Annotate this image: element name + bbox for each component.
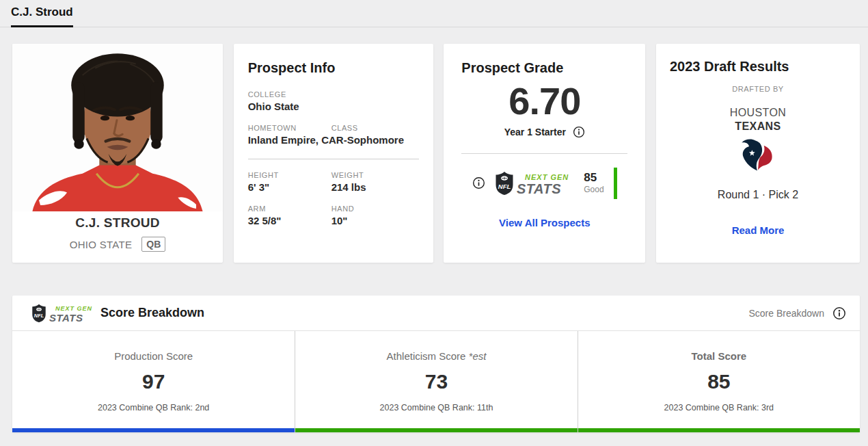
- score-breakdown-right-label: Score Breakdown: [748, 308, 824, 319]
- player-name: C.J. STROUD: [12, 215, 223, 231]
- ngs-brand-top: NEXT GEN: [525, 174, 569, 181]
- cards-row: C.J. STROUD OHIO STATE QB Prospect Info …: [12, 44, 860, 263]
- college-label: COLLEGE: [248, 90, 419, 99]
- total-score-underline-bar: [578, 428, 860, 432]
- info-divider: [248, 159, 419, 159]
- prospect-info-card: Prospect Info COLLEGE Ohio State HOMETOW…: [234, 44, 433, 263]
- team-city: HOUSTON: [670, 107, 846, 119]
- athleticism-score-rank: 2023 Combine QB Rank: 11th: [302, 403, 570, 412]
- round-pick-text: Round 1 · Pick 2: [670, 189, 846, 201]
- athleticism-score-underline-bar: [295, 428, 577, 432]
- height-value: 6' 3": [248, 181, 331, 193]
- ngs-brand-bottom: STATS: [49, 313, 83, 323]
- arm-value: 32 5/8": [248, 215, 331, 226]
- production-score-underline-bar: [12, 428, 295, 432]
- total-score-panel: Total Score 85 2023 Combine QB Rank: 3rd: [578, 331, 860, 432]
- production-score-label: Production Score: [114, 350, 193, 362]
- prospect-grade-title: Prospect Grade: [461, 60, 627, 76]
- total-score-label: Total Score: [692, 350, 747, 362]
- ngs-score-bar: [614, 168, 617, 199]
- player-position-badge: QB: [141, 237, 165, 252]
- score-breakdown-section: NFL NEXT GEN STATS Score Breakdown Score…: [12, 296, 860, 432]
- team-name: TEXANS: [670, 120, 846, 133]
- view-all-prospects-link[interactable]: View All Prospects: [499, 217, 590, 228]
- player-school: OHIO STATE: [70, 239, 133, 250]
- college-value: Ohio State: [248, 101, 419, 112]
- prospect-info-title: Prospect Info: [248, 60, 419, 76]
- score-breakdown-title: Score Breakdown: [100, 306, 204, 320]
- athleticism-score-suffix: *est: [469, 350, 487, 362]
- ngs-score-value: 85: [584, 172, 603, 185]
- page-header: C.J. Stroud: [0, 0, 868, 27]
- next-gen-stats-logo: NFL NEXT GEN STATS: [495, 171, 569, 196]
- nfl-shield-icon: NFL: [31, 304, 46, 323]
- total-score-value: 85: [585, 370, 853, 393]
- score-panels: Production Score 97 2023 Combine QB Rank…: [12, 331, 860, 432]
- hand-label: HAND: [331, 205, 419, 213]
- weight-value: 214 lbs: [331, 181, 419, 193]
- production-score-value: 97: [19, 370, 288, 393]
- ngs-brand-top: NEXT GEN: [55, 306, 92, 312]
- svg-text:NFL: NFL: [498, 183, 511, 190]
- arm-label: ARM: [248, 205, 331, 213]
- class-label: CLASS: [331, 124, 419, 132]
- athleticism-score-value: 73: [302, 370, 570, 393]
- svg-text:NFL: NFL: [34, 313, 44, 319]
- athleticism-score-label: Athleticism Score: [387, 350, 469, 362]
- player-bio-card: C.J. STROUD OHIO STATE QB: [12, 44, 223, 263]
- weight-label: WEIGHT: [331, 171, 419, 179]
- draft-results-title: 2023 Draft Results: [670, 59, 846, 75]
- prospect-grade-value: 6.70: [461, 81, 627, 122]
- ngs-brand-bottom: STATS: [517, 182, 561, 196]
- grade-divider: [461, 153, 627, 154]
- height-label: HEIGHT: [248, 171, 331, 179]
- grade-caption: Year 1 Starter: [504, 127, 566, 137]
- ngs-info-icon[interactable]: [472, 176, 485, 189]
- hometown-label: HOMETOWN: [248, 124, 331, 132]
- read-more-link[interactable]: Read More: [732, 224, 785, 236]
- total-score-rank: 2023 Combine QB Rank: 3rd: [585, 403, 853, 412]
- hand-value: 10": [331, 215, 419, 226]
- draft-results-card: 2023 Draft Results DRAFTED BY HOUSTON TE…: [656, 44, 860, 263]
- page-title: C.J. Stroud: [11, 5, 73, 27]
- class-value: R-Sophomore: [336, 134, 404, 146]
- ngs-score-label: Good: [584, 185, 603, 194]
- prospect-grade-card: Prospect Grade 6.70 Year 1 Starter NFL: [444, 44, 645, 263]
- production-score-panel: Production Score 97 2023 Combine QB Rank…: [12, 331, 295, 432]
- texans-logo-icon: [670, 138, 846, 178]
- grade-info-icon[interactable]: [573, 126, 585, 138]
- production-score-rank: 2023 Combine QB Rank: 2nd: [19, 403, 288, 412]
- athleticism-score-panel: Athleticism Score *est 73 2023 Combine Q…: [295, 331, 577, 432]
- drafted-by-label: DRAFTED BY: [670, 85, 846, 93]
- next-gen-stats-logo-small: NFL NEXT GEN STATS: [31, 304, 92, 323]
- score-breakdown-header: NFL NEXT GEN STATS Score Breakdown Score…: [12, 296, 860, 331]
- score-breakdown-info-icon[interactable]: [832, 306, 846, 320]
- hometown-value: Inland Empire, CA: [248, 134, 336, 146]
- nfl-shield-icon: NFL: [495, 171, 514, 196]
- player-headshot-image: [12, 44, 223, 211]
